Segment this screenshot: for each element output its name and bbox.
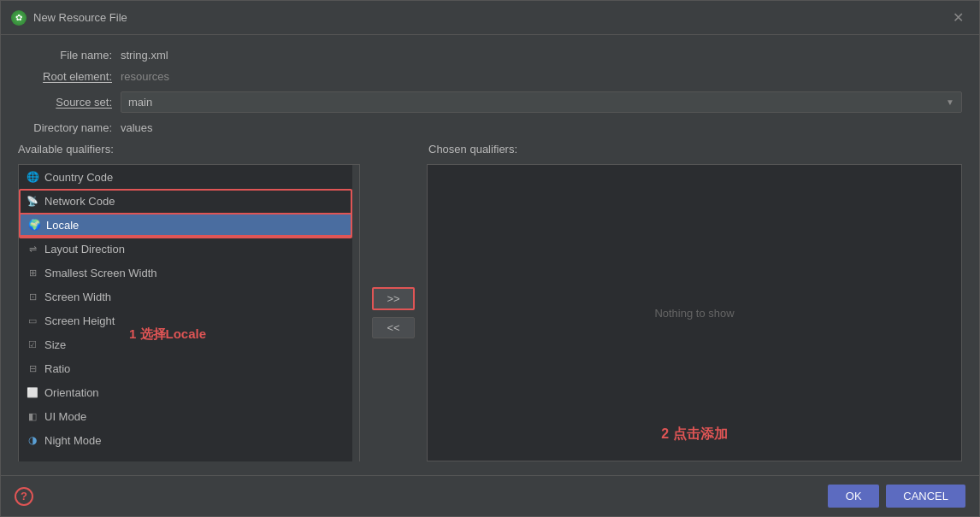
nothing-to-show-text: Nothing to show bbox=[654, 307, 734, 320]
network-code-icon: 📡 bbox=[26, 194, 39, 208]
screen-height-icon: ▭ bbox=[26, 314, 39, 327]
list-item-network-code-label: Network Code bbox=[44, 195, 115, 208]
file-name-label: File name: bbox=[18, 49, 112, 62]
available-list-column: 🌐 Country Code 📡 Network Code 🌍 Locale bbox=[18, 164, 360, 461]
list-item-screen-width-label: Screen Width bbox=[44, 291, 111, 303]
close-button[interactable]: ✕ bbox=[948, 8, 969, 27]
title-bar: ✿ New Resource File ✕ bbox=[1, 1, 979, 35]
qualifiers-section: Available qualifiers: Chosen qualifiers:… bbox=[18, 143, 962, 461]
country-code-icon: 🌐 bbox=[26, 170, 39, 184]
list-item-screen-height[interactable]: ▭ Screen Height bbox=[19, 308, 359, 332]
chosen-qualifiers-label-wrap: Chosen qualifiers: bbox=[428, 143, 962, 156]
orientation-icon: ⬜ bbox=[26, 385, 39, 399]
transfer-buttons: >> << bbox=[369, 164, 418, 461]
list-item-ratio-label: Ratio bbox=[44, 362, 70, 375]
list-item-network-code[interactable]: 📡 Network Code bbox=[19, 189, 359, 213]
list-item-smallest-screen-width-label: Smallest Screen Width bbox=[44, 267, 157, 279]
chosen-qualifiers-label: Chosen qualifiers: bbox=[428, 143, 517, 156]
annotation-label-2: 2 点击添加 bbox=[661, 426, 727, 444]
root-element-value: resources bbox=[121, 70, 169, 83]
list-scrollbar[interactable] bbox=[352, 165, 359, 461]
screen-width-icon: ⊡ bbox=[26, 290, 39, 303]
night-mode-icon: ◑ bbox=[26, 433, 39, 447]
ok-button[interactable]: OK bbox=[828, 485, 879, 508]
list-item-locale-label: Locale bbox=[46, 219, 79, 232]
list-item-layout-direction-label: Layout Direction bbox=[44, 243, 125, 256]
file-name-value: string.xml bbox=[121, 49, 168, 62]
ui-mode-icon: ◧ bbox=[26, 409, 39, 423]
dialog-footer: ? OK CANCEL bbox=[1, 475, 979, 516]
list-item-country-code[interactable]: 🌐 Country Code bbox=[19, 165, 359, 189]
qualifiers-main: 🌐 Country Code 📡 Network Code 🌍 Locale bbox=[18, 164, 962, 461]
root-element-row: Root element: resources bbox=[18, 70, 962, 83]
list-item-locale[interactable]: 🌍 Locale bbox=[19, 213, 359, 237]
list-item-ui-mode-label: UI Mode bbox=[44, 410, 86, 423]
available-qualifiers-label: Available qualifiers: bbox=[18, 143, 114, 156]
new-resource-file-dialog: ✿ New Resource File ✕ File name: string.… bbox=[0, 0, 980, 517]
available-qualifiers-label-wrap: Available qualifiers: bbox=[18, 143, 360, 156]
list-item-country-code-label: Country Code bbox=[44, 171, 113, 184]
backward-button[interactable]: << bbox=[372, 317, 415, 338]
locale-icon: 🌍 bbox=[27, 218, 41, 232]
list-item-size[interactable]: ☑ Size bbox=[19, 332, 359, 356]
size-icon: ☑ bbox=[26, 338, 39, 351]
qualifiers-labels-row: Available qualifiers: Chosen qualifiers: bbox=[18, 143, 962, 156]
list-item-layout-direction[interactable]: ⇌ Layout Direction bbox=[19, 237, 359, 261]
cancel-button[interactable]: CANCEL bbox=[886, 485, 965, 508]
list-item-night-mode[interactable]: ◑ Night Mode bbox=[19, 428, 359, 452]
chosen-panel: Nothing to show 2 点击添加 bbox=[427, 164, 962, 461]
ratio-icon: ⊟ bbox=[26, 361, 39, 375]
list-item-size-label: Size bbox=[44, 338, 66, 351]
list-item-orientation-label: Orientation bbox=[44, 386, 99, 399]
help-button[interactable]: ? bbox=[15, 487, 33, 506]
available-list: 🌐 Country Code 📡 Network Code 🌍 Locale bbox=[18, 164, 360, 461]
layout-direction-icon: ⇌ bbox=[26, 242, 39, 256]
directory-name-row: Directory name: values bbox=[18, 121, 962, 134]
footer-buttons: OK CANCEL bbox=[828, 485, 965, 508]
list-item-night-mode-label: Night Mode bbox=[44, 434, 101, 447]
source-set-dropdown[interactable]: main ▼ bbox=[121, 91, 962, 113]
directory-value: values bbox=[121, 121, 153, 134]
smallest-screen-width-icon: ⊞ bbox=[26, 266, 39, 279]
list-item-orientation[interactable]: ⬜ Orientation bbox=[19, 380, 359, 404]
dialog-title: New Resource File bbox=[33, 11, 941, 24]
dialog-content: File name: string.xml Root element: reso… bbox=[1, 35, 979, 475]
list-item-screen-width[interactable]: ⊡ Screen Width bbox=[19, 285, 359, 308]
list-item-smallest-screen-width[interactable]: ⊞ Smallest Screen Width bbox=[19, 261, 359, 285]
directory-label: Directory name: bbox=[18, 121, 112, 134]
dropdown-arrow-icon: ▼ bbox=[946, 97, 954, 107]
app-icon: ✿ bbox=[11, 10, 27, 26]
root-element-label: Root element: bbox=[18, 70, 112, 83]
spacer bbox=[369, 143, 420, 156]
file-name-row: File name: string.xml bbox=[18, 49, 962, 62]
list-item-ratio[interactable]: ⊟ Ratio bbox=[19, 356, 359, 380]
list-item-screen-height-label: Screen Height bbox=[44, 314, 115, 327]
source-set-row: Source set: main ▼ bbox=[18, 91, 962, 113]
list-item-ui-mode[interactable]: ◧ UI Mode bbox=[19, 404, 359, 428]
source-set-value: main bbox=[128, 96, 152, 109]
source-set-label: Source set: bbox=[18, 96, 112, 109]
forward-button[interactable]: >> bbox=[372, 287, 415, 310]
chosen-list-column: Nothing to show 2 点击添加 bbox=[427, 164, 962, 461]
